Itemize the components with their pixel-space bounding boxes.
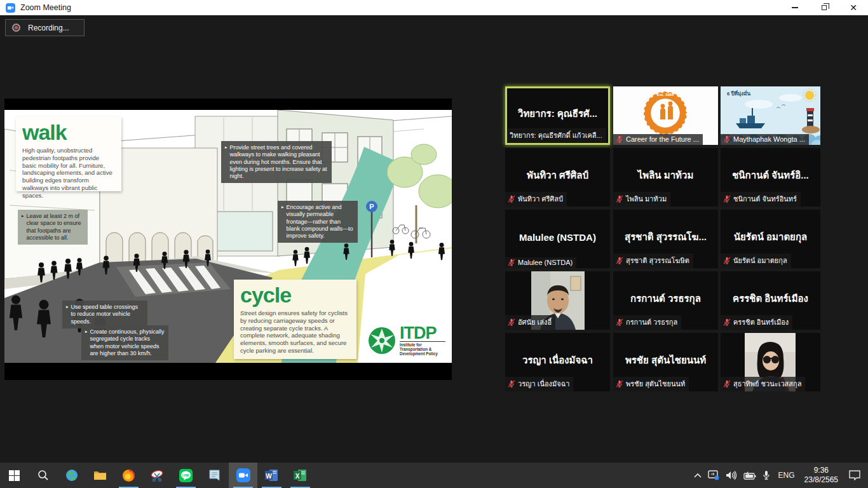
tile-career-future[interactable]: Est. 1988 Career for the Future ...: [613, 86, 718, 145]
tile-maythaphak[interactable]: 6 ปีที่มุ่งมั่น Maythaphak Wongta ...: [721, 86, 820, 145]
taskbar-search-button[interactable]: [29, 463, 57, 488]
action-center-button[interactable]: [843, 463, 868, 488]
taskbar-word[interactable]: W: [257, 463, 286, 488]
muted-mic-icon: [616, 135, 623, 143]
taskbar-firefox[interactable]: [114, 463, 143, 488]
tray-microphone[interactable]: [759, 463, 773, 488]
taskbar-zoom[interactable]: [229, 463, 257, 488]
tile-malulee[interactable]: Malulee (NSTDA) Malulee (NSTDA): [505, 210, 610, 268]
tile-pornchai[interactable]: พรชัย สุตันไชยนนท์ พรชัย สุตันไชยนนท์: [613, 333, 718, 391]
callout-frontage: ▸Encourage active and visually permeable…: [278, 201, 358, 243]
svg-text:W: W: [266, 473, 272, 480]
tray-battery[interactable]: [740, 463, 759, 488]
restore-button[interactable]: [810, 0, 839, 15]
participant-name-label: Malulee (NSTDA): [505, 257, 576, 268]
line-app-icon: LINE: [179, 469, 193, 482]
snipping-tool-icon: [151, 469, 165, 482]
close-button[interactable]: ✕: [839, 0, 868, 15]
system-tray: ENG 9:36 23/8/2565: [691, 463, 868, 488]
taskbar-snipping-tool[interactable]: [143, 463, 172, 488]
participant-name-label: พันทิวา ศรีศิลป์: [505, 192, 567, 207]
windows-start-icon: [9, 470, 20, 481]
participant-display-name: ครรชิต อินทร์เมือง: [721, 291, 820, 306]
taskbar-excel[interactable]: X: [286, 463, 315, 488]
tile-kanchit[interactable]: ครรชิต อินทร์เมือง ครรชิต อินทร์เมือง: [721, 271, 820, 330]
excel-icon: X: [294, 469, 307, 482]
participant-name-label: อัศนัย เล่งอี้: [505, 315, 555, 330]
tile-surachat[interactable]: สุรชาติ สุวรรณโฆ... สุรชาติ สุวรรณโฆษิต: [613, 210, 718, 268]
close-icon: ✕: [850, 3, 857, 12]
participant-name-label: Career for the Future ...: [613, 134, 703, 145]
cycle-body: Street design ensures safety for cyclist…: [240, 309, 350, 354]
participant-name-label: ไพลิน มาท้วม: [613, 192, 670, 207]
itdp-logo: ITDP Institute for Transportation & Deve…: [367, 324, 446, 357]
participant-name-label: วิทยากร: คุณธีรศักดิ์ แก้วเคลื...: [507, 128, 606, 143]
tile-woraya[interactable]: วรญา เนื่องมัจฉา วรญา เนื่องมัจฉา: [505, 333, 610, 391]
svg-text:P: P: [369, 203, 374, 210]
muted-mic-icon: [616, 318, 623, 326]
callout-speed-table: ▸Use speed table crossings to reduce mot…: [62, 301, 147, 329]
walk-title: walk: [22, 122, 115, 142]
tile-korakan[interactable]: กรกานต์ วรธรกุล กรกานต์ วรธรกุล: [613, 271, 718, 330]
globe-icon: [65, 469, 78, 482]
windows-taskbar: LINE W X: [0, 463, 868, 488]
recording-indicator[interactable]: Recording...: [5, 19, 85, 36]
shared-screen: P: [4, 98, 452, 380]
window-title: Zoom Meeting: [20, 3, 71, 12]
taskbar-file-explorer[interactable]: [86, 463, 114, 488]
participant-display-name: ชนิกานต์ จันทร์อิ...: [721, 168, 820, 183]
slide-canvas: P: [4, 110, 452, 363]
participant-display-name: กรกานต์ วรธรกุล: [613, 291, 718, 306]
language-indicator[interactable]: ENG: [773, 471, 800, 480]
start-button[interactable]: [0, 463, 29, 488]
title-bar: Zoom Meeting ✕: [0, 0, 868, 15]
tile-naiyarat[interactable]: นัยรัตน์ อมาตยกุล นัยรัตน์ อมาตยกุล: [721, 210, 820, 268]
taskbar-globe-app[interactable]: [57, 463, 86, 488]
participant-display-name: วิทยากร: คุณธีรศั...: [507, 106, 608, 121]
recording-label: Recording...: [28, 24, 69, 32]
tray-volume[interactable]: [722, 463, 740, 488]
participant-name-label: นัยรัตน์ อมาตยกุล: [721, 254, 791, 268]
minimize-icon: [792, 7, 798, 8]
tile-pailin[interactable]: ไพลิน มาท้วม ไพลิน มาท้วม: [613, 148, 718, 207]
muted-mic-icon: [508, 195, 515, 203]
folder-icon: [93, 470, 107, 481]
taskbar-clock[interactable]: 9:36 23/8/2565: [800, 466, 843, 485]
tile-suthathip[interactable]: สุธาทิพย์ ชวนะเวสสกุล: [721, 333, 820, 391]
callout-cycle-tracks: ▸Create continuous, physically segregate…: [81, 325, 168, 360]
svg-text:X: X: [295, 473, 300, 480]
tile-speaker[interactable]: วิทยากร: คุณธีรศั... วิทยากร: คุณธีรศักด…: [505, 86, 610, 145]
itdp-subtitle: Institute for Transportation & Developme…: [400, 341, 445, 356]
clock-time: 9:36: [804, 466, 838, 475]
muted-mic-icon: [616, 257, 623, 264]
participant-display-name: พรชัย สุตันไชยนนท์: [613, 353, 718, 368]
tile-pantiwa[interactable]: พันทิวา ศรีศิลป์ พันทิวา ศรีศิลป์: [505, 148, 610, 207]
tray-display-notification[interactable]: [705, 463, 722, 488]
zoom-meeting-window: Zoom Meeting ✕ Recording...: [0, 0, 868, 488]
muted-mic-icon: [508, 259, 515, 266]
taskbar-notepad[interactable]: [200, 463, 229, 488]
walk-body: High quality, unobstructed pedestrian fo…: [22, 147, 115, 199]
search-icon: [37, 470, 49, 481]
speaker-icon: [726, 471, 737, 480]
firefox-icon: [122, 469, 135, 482]
cycle-card: cycle Street design ensures safety for c…: [234, 280, 356, 359]
minimize-button[interactable]: [780, 0, 810, 15]
word-icon: W: [265, 469, 278, 482]
muted-mic-icon: [723, 318, 731, 326]
tray-chevron-up[interactable]: [691, 463, 705, 488]
participant-display-name: พันทิวา ศรีศิลป์: [505, 168, 610, 183]
tile-chanikan[interactable]: ชนิกานต์ จันทร์อิ... ชนิกานต์ จันทร์อินท…: [721, 148, 820, 207]
participant-name-label: สุธาทิพย์ ชวนะเวสสกุล: [721, 377, 805, 391]
participant-name-label: ชนิกานต์ จันทร์อินทร์: [721, 192, 801, 207]
itdp-logo-icon: [367, 326, 397, 355]
callout-street-trees: ▸Provide street trees and covered walkwa…: [221, 141, 332, 183]
participant-name-label: กรกานต์ วรธรกุล: [613, 315, 681, 330]
tile-asanai[interactable]: อัศนัย เล่งอี้: [505, 271, 610, 330]
zoom-taskbar-icon: [236, 468, 250, 482]
taskbar-line-app[interactable]: LINE: [172, 463, 200, 488]
muted-mic-icon: [616, 380, 623, 388]
battery-charging-icon: [743, 471, 756, 480]
muted-mic-icon: [723, 380, 731, 388]
muted-mic-icon: [616, 195, 623, 203]
